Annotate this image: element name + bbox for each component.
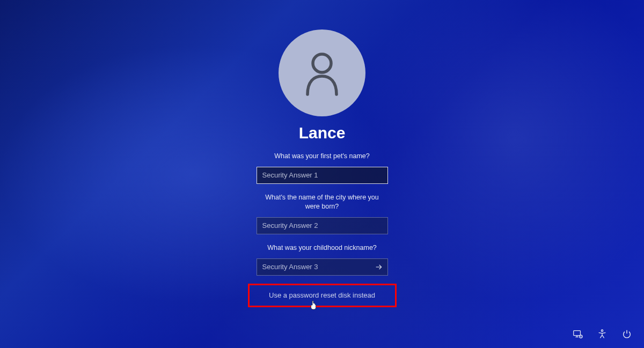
annotation-highlight: Use a password reset disk instead xyxy=(248,284,397,307)
svg-rect-2 xyxy=(574,331,581,336)
person-icon xyxy=(303,50,341,96)
power-button[interactable] xyxy=(621,329,632,339)
accessibility-icon xyxy=(597,329,608,339)
cursor-pointer-icon xyxy=(309,300,317,310)
system-icons-tray xyxy=(572,329,632,339)
svg-point-6 xyxy=(601,330,603,331)
security-question-2: What's the name of the city where you we… xyxy=(257,193,388,211)
security-answer-3-input[interactable] xyxy=(257,258,388,276)
user-avatar xyxy=(279,29,365,116)
network-icon xyxy=(572,329,583,339)
password-reset-disk-link[interactable]: Use a password reset disk instead xyxy=(269,291,375,299)
security-questions-form: What was your first pet's name? What's t… xyxy=(257,152,388,276)
svg-point-0 xyxy=(313,54,331,72)
svg-line-8 xyxy=(600,335,602,338)
svg-line-9 xyxy=(602,335,604,338)
network-button[interactable] xyxy=(572,329,583,339)
security-question-3: What was your childhood nickname? xyxy=(257,243,388,253)
security-answer-1-input[interactable] xyxy=(257,167,388,184)
user-name: Lance xyxy=(299,124,346,142)
submit-arrow-button[interactable] xyxy=(370,258,388,276)
security-question-1: What was your first pet's name? xyxy=(257,152,388,161)
avatar-container xyxy=(279,29,365,116)
accessibility-button[interactable] xyxy=(597,329,608,339)
arrow-right-icon xyxy=(375,263,383,271)
power-icon xyxy=(621,329,632,339)
answer-1-wrapper xyxy=(257,167,388,184)
answer-3-wrapper xyxy=(257,258,388,276)
answer-2-wrapper xyxy=(257,217,388,234)
security-answer-2-input[interactable] xyxy=(257,217,388,234)
